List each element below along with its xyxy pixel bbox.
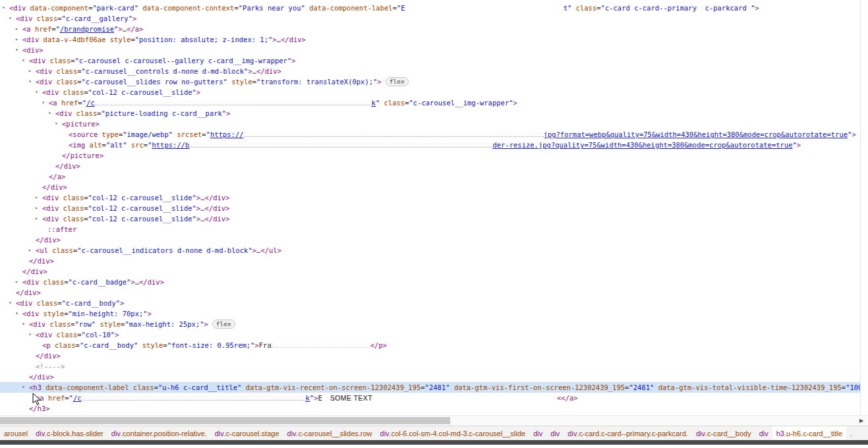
breadcrumb-item[interactable]: arousel: [0, 426, 32, 440]
devtools-tree-row[interactable]: <!---->: [0, 361, 868, 372]
devtools-tree-row[interactable]: ▾<div>: [0, 45, 868, 55]
flex-badge[interactable]: flex: [386, 77, 409, 86]
syntax-attribute-name: href: [35, 25, 51, 33]
collapse-arrow-icon[interactable]: ▾: [22, 319, 25, 329]
collapse-arrow-icon[interactable]: ▾: [42, 98, 45, 108]
collapse-arrow-icon[interactable]: ▾: [22, 55, 25, 66]
devtools-tree-row[interactable]: </div>: [0, 161, 868, 171]
collapse-arrow-icon[interactable]: ▾: [35, 87, 38, 98]
scroll-right-arrow-icon[interactable]: ▶: [857, 416, 865, 425]
horizontal-scrollbar-thumb[interactable]: [0, 417, 450, 424]
collapse-arrow-icon[interactable]: ▾: [9, 298, 12, 308]
pseudo-element-label: ::after: [47, 225, 76, 233]
breadcrumb-item[interactable]: div.c-card.c-card--primary.c-parkcard.: [564, 426, 692, 440]
breadcrumb-item[interactable]: .: [846, 426, 856, 440]
syntax-text: Fra: [259, 341, 272, 349]
devtools-tree-row[interactable]: </div>: [0, 266, 868, 277]
breadcrumb-item[interactable]: div: [546, 426, 564, 440]
devtools-tree-row[interactable]: ▾<div class="col-10">: [0, 329, 868, 340]
devtools-tree-row[interactable]: ::after: [0, 224, 868, 235]
flex-badge[interactable]: flex: [212, 320, 235, 329]
devtools-tree-row[interactable]: </div>: [0, 182, 868, 192]
devtools-tree-row[interactable]: <a href="/ck">ESOME TEXT<</a>: [0, 393, 868, 403]
syntax-attribute-value: "picture-loading c-card__park": [101, 109, 227, 117]
breadcrumb-item[interactable]: div.container.position-relative.: [107, 426, 211, 440]
breadcrumb-item[interactable]: div: [529, 426, 546, 440]
attribute-link[interactable]: der-resize.jpg?quality=75&width=430&heig…: [492, 141, 792, 149]
devtools-tree-row[interactable]: ▾<div class="picture-loading c-card__par…: [0, 108, 868, 119]
syntax-tag: </div>: [205, 204, 230, 212]
expand-arrow-icon[interactable]: ▸: [15, 34, 18, 45]
breadcrumb-item[interactable]: div.col-6.col-sm-4.col-md-3.c-carousel__…: [376, 426, 530, 440]
devtools-tree-row[interactable]: ▸<div data-v-4dbf06ae style="position: a…: [0, 34, 868, 45]
horizontal-scrollbar[interactable]: ▶: [0, 415, 868, 426]
expand-arrow-icon[interactable]: ▸: [28, 245, 32, 256]
expand-arrow-icon[interactable]: ▸: [15, 24, 18, 34]
attribute-link[interactable]: https://b: [152, 141, 189, 149]
collapse-arrow-icon[interactable]: ▾: [9, 13, 12, 24]
devtools-tree-row[interactable]: </picture>: [0, 150, 868, 161]
collapse-arrow-icon[interactable]: ▾: [48, 108, 51, 119]
devtools-tree-row[interactable]: ▸<div class="c-carousel__controls d-none…: [0, 66, 868, 76]
attribute-link[interactable]: https://: [210, 130, 244, 138]
devtools-tree-row[interactable]: ▾<div style="min-height: 70px;">: [0, 308, 868, 319]
attribute-link[interactable]: /c: [86, 99, 95, 107]
breadcrumb-item[interactable]: div.c-carousel.stage: [211, 426, 283, 440]
expand-arrow-icon[interactable]: ▸: [35, 192, 38, 203]
syntax-attribute-name: class: [63, 88, 84, 96]
expand-arrow-icon[interactable]: ▸: [28, 66, 32, 76]
syntax-tag: </a>: [127, 25, 143, 33]
breadcrumb-item[interactable]: div.c-carousel__slides.row: [283, 426, 376, 440]
collapse-arrow-icon[interactable]: ▾: [2, 3, 5, 13]
devtools-tree-row[interactable]: ▾<div class="c-carousel c-carousel--gall…: [0, 55, 868, 66]
collapse-arrow-icon[interactable]: ▾: [55, 119, 58, 129]
syntax-tag: </div>: [29, 373, 54, 381]
attribute-link[interactable]: jpg?format=webp&quality=75&width=430&hei…: [544, 130, 848, 138]
devtools-tree-row[interactable]: </a>: [0, 171, 868, 182]
devtools-tree-row[interactable]: ▸<ul class="c-carousel__indicators d-non…: [0, 245, 868, 256]
devtools-tree-row[interactable]: <source type="image/webp" srcset="https:…: [0, 129, 868, 140]
attribute-link[interactable]: /brandpromise: [60, 25, 114, 33]
collapse-arrow-icon[interactable]: ▾: [28, 329, 32, 340]
collapse-arrow-icon[interactable]: ▾: [15, 45, 18, 55]
syntax-attribute-value: "row": [75, 320, 96, 328]
syntax-tag: <div: [29, 57, 50, 65]
syntax-attribute-name: data-component-label: [45, 383, 129, 391]
devtools-tree-row[interactable]: ▸<a href="/brandpromise">…</a>: [0, 24, 868, 34]
devtools-tree-row[interactable]: <p class="c-card__body" style="font-size…: [0, 340, 868, 350]
devtools-tree-row[interactable]: </div>: [0, 235, 868, 245]
devtools-tree-row[interactable]: ▾<div class="c-card__body">: [0, 298, 868, 308]
syntax-tag: <div>: [22, 46, 43, 54]
devtools-tree-row[interactable]: ▾<div class="row" style="max-height: 25p…: [0, 319, 868, 329]
devtools-tree-row[interactable]: ▸<div class="c-card__badge">…</div>: [0, 277, 868, 287]
selected-tree-row[interactable]: ▾<h3 data-component-label class="u-h6 c-…: [0, 382, 868, 393]
devtools-tree-row[interactable]: ▸<div class="col-12 c-carousel__slide">……: [0, 213, 868, 224]
devtools-tree-row[interactable]: </div>: [0, 372, 868, 382]
breadcrumb-item[interactable]: div: [755, 426, 772, 440]
devtools-tree-row[interactable]: </div>: [0, 256, 868, 266]
collapse-arrow-icon[interactable]: ▾: [28, 76, 32, 87]
syntax-tag: <div: [9, 4, 30, 12]
breadcrumb-classes: .c-block.has-slider: [45, 430, 103, 437]
devtools-tree-row[interactable]: ▾<div class="c-card__gallery">: [0, 13, 868, 24]
devtools-tree-row[interactable]: ▾<div data-component="park-card" data-co…: [0, 3, 868, 13]
devtools-tree-row[interactable]: <img alt="alt" src="https://bder-resize.…: [0, 140, 868, 150]
expand-arrow-icon[interactable]: ▸: [35, 213, 38, 224]
devtools-tree-row[interactable]: </div>: [0, 287, 868, 298]
attribute-link[interactable]: /c: [73, 394, 82, 402]
devtools-tree-row[interactable]: </h3>: [0, 403, 868, 414]
devtools-tree-row[interactable]: </div>: [0, 350, 868, 361]
collapse-arrow-icon[interactable]: ▾: [22, 382, 25, 393]
devtools-tree-row[interactable]: ▾<picture>: [0, 119, 868, 129]
collapse-arrow-icon[interactable]: ▾: [15, 308, 18, 319]
breadcrumb-item-selected[interactable]: h3.u-h6.c-card__title: [772, 426, 846, 440]
devtools-tree-row[interactable]: ▾<a href="/ck" class="c-carousel__img-wr…: [0, 98, 868, 108]
expand-arrow-icon[interactable]: ▸: [35, 203, 38, 213]
devtools-tree-row[interactable]: ▾<div class="col-12 c-carousel__slide">: [0, 87, 868, 98]
expand-arrow-icon[interactable]: ▸: [15, 277, 18, 287]
devtools-tree-row[interactable]: ▸<div class="col-12 c-carousel__slide">……: [0, 203, 868, 213]
devtools-tree-row[interactable]: ▾<div class="c-carousel__slides row no-g…: [0, 76, 868, 87]
breadcrumb-item[interactable]: div.c-block.has-slider: [32, 426, 107, 440]
breadcrumb-item[interactable]: div.c-card__body: [692, 426, 755, 440]
devtools-tree-row[interactable]: ▸<div class="col-12 c-carousel__slide">……: [0, 192, 868, 203]
